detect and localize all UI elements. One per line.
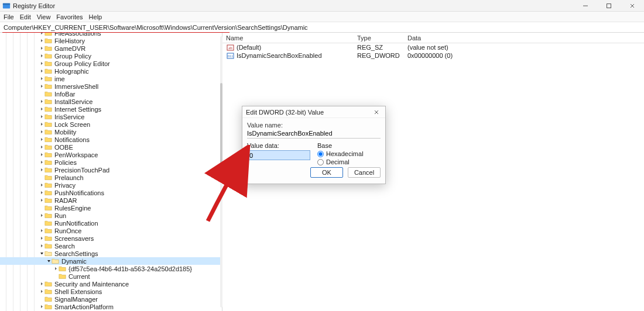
tree-item[interactable]: SearchSettings <box>0 250 222 257</box>
tree-item-label: Prelaunch <box>54 174 84 181</box>
menu-file[interactable]: File <box>4 13 14 20</box>
valuename-input[interactable] <box>247 129 381 139</box>
expand-caret-icon[interactable] <box>39 198 44 202</box>
expand-caret-icon[interactable] <box>46 259 52 263</box>
tree-item[interactable]: Policies <box>0 158 222 166</box>
header-type[interactable]: Type <box>357 34 407 42</box>
expand-caret-icon[interactable] <box>39 213 44 217</box>
tree-scrollbar[interactable] <box>220 36 222 307</box>
tree-item[interactable]: RADAR <box>0 196 222 204</box>
expand-caret-icon[interactable] <box>39 122 44 126</box>
tree-item[interactable]: Dynamic <box>0 257 222 265</box>
expand-caret-icon[interactable] <box>39 130 44 134</box>
radio-hex[interactable]: Hexadecimal <box>317 150 381 157</box>
tree-item[interactable]: ImmersiveShell <box>0 82 222 90</box>
tree-item[interactable]: FileAssociations <box>0 33 222 37</box>
tree-item[interactable]: Run <box>0 212 222 219</box>
expand-caret-icon[interactable] <box>39 54 44 58</box>
expand-caret-icon[interactable] <box>39 244 44 248</box>
cancel-button[interactable]: Cancel <box>348 167 381 178</box>
tree-item-label: Privacy <box>54 182 76 189</box>
tree-item[interactable]: Mobility <box>0 128 222 136</box>
tree-item[interactable]: Group Policy <box>0 52 222 60</box>
tree-item[interactable]: Prelaunch <box>0 174 222 181</box>
expand-caret-icon[interactable] <box>39 137 44 141</box>
tree-item[interactable]: IrisService <box>0 113 222 120</box>
expand-caret-icon[interactable] <box>39 145 44 149</box>
expand-caret-icon[interactable] <box>39 289 44 293</box>
minimize-button[interactable] <box>574 0 597 11</box>
tree-item[interactable]: Search <box>0 242 222 250</box>
tree-item[interactable]: Screensavers <box>0 234 222 242</box>
expand-caret-icon[interactable] <box>39 282 44 286</box>
tree-item[interactable]: ime <box>0 75 222 82</box>
expand-caret-icon[interactable] <box>39 229 44 233</box>
tree-item-label: SmartActionPlatform <box>54 303 114 310</box>
close-button[interactable] <box>621 0 644 11</box>
expand-caret-icon[interactable] <box>39 33 44 35</box>
tree-item[interactable]: RunNotification <box>0 219 222 227</box>
expand-caret-icon[interactable] <box>39 153 44 157</box>
tree-item[interactable]: SignalManager <box>0 295 222 303</box>
ok-button[interactable]: OK <box>310 167 343 178</box>
tree-item[interactable]: RunOnce <box>0 227 222 234</box>
edit-dword-dialog: Edit DWORD (32-bit) Value Value name: Va… <box>242 106 386 184</box>
tree-item[interactable]: Internet Settings <box>0 105 222 113</box>
menu-view[interactable]: View <box>37 13 51 20</box>
tree-item[interactable]: Security and Maintenance <box>0 280 222 288</box>
tree-item[interactable]: PushNotifications <box>0 189 222 196</box>
tree-item[interactable]: Notifications <box>0 136 222 143</box>
tree-item[interactable]: Privacy <box>0 181 222 189</box>
tree-item[interactable]: {df57c5ea-f4b6-4d1b-a563-24a250d2d185} <box>0 265 222 272</box>
expand-caret-icon[interactable] <box>39 77 44 81</box>
expand-caret-icon[interactable] <box>39 46 44 50</box>
tree-pane[interactable]: FileAssociationsFileHistoryGameDVRGroup … <box>0 33 222 311</box>
tree-scrollbar-thumb[interactable] <box>220 83 222 165</box>
header-name[interactable]: Name <box>226 34 357 42</box>
value-row[interactable]: 011IsDynamicSearchBoxEnabledREG_DWORD0x0… <box>222 51 644 60</box>
menu-edit[interactable]: Edit <box>20 13 31 20</box>
expand-caret-icon[interactable] <box>53 267 59 271</box>
tree-item[interactable]: SmartActionPlatform <box>0 303 222 310</box>
menu-favorites[interactable]: Favorites <box>56 13 83 20</box>
expand-caret-icon[interactable] <box>39 99 44 103</box>
expand-caret-icon[interactable] <box>39 168 44 172</box>
tree-item-label: Run <box>54 212 66 219</box>
tree-item[interactable]: RulesEngine <box>0 204 222 212</box>
folder-icon <box>44 75 52 82</box>
tree-item[interactable]: InfoBar <box>0 90 222 98</box>
tree-item[interactable]: InstallService <box>0 98 222 105</box>
dialog-close-button[interactable] <box>371 107 382 118</box>
expand-caret-icon[interactable] <box>39 69 44 73</box>
expand-caret-icon[interactable] <box>39 183 44 187</box>
valuedata-input[interactable] <box>247 150 310 160</box>
tree-item[interactable]: Holographic <box>0 67 222 75</box>
maximize-button[interactable] <box>597 0 621 11</box>
tree-item[interactable]: PrecisionTouchPad <box>0 166 222 174</box>
tree-item[interactable]: PenWorkspace <box>0 151 222 158</box>
tree-item[interactable]: Lock Screen <box>0 120 222 128</box>
expand-caret-icon[interactable] <box>39 84 44 88</box>
tree-item[interactable]: FileHistory <box>0 37 222 44</box>
value-row[interactable]: ab(Default)REG_SZ(value not set) <box>222 43 644 51</box>
radio-hex-input[interactable] <box>317 151 324 157</box>
tree-item[interactable]: Current <box>0 272 222 280</box>
tree-item[interactable]: Group Policy Editor <box>0 60 222 67</box>
expand-caret-icon[interactable] <box>39 115 44 119</box>
header-data[interactable]: Data <box>407 34 644 42</box>
expand-caret-icon[interactable] <box>39 39 44 43</box>
expand-caret-icon[interactable] <box>39 191 44 195</box>
tree-item[interactable]: Shell Extensions <box>0 288 222 295</box>
menu-help[interactable]: Help <box>89 13 102 20</box>
expand-caret-icon[interactable] <box>39 236 44 240</box>
tree-item[interactable]: OOBE <box>0 143 222 151</box>
dialog-titlebar[interactable]: Edit DWORD (32-bit) Value <box>242 106 385 118</box>
tree-item-label: PushNotifications <box>54 189 104 196</box>
expand-caret-icon[interactable] <box>39 107 44 111</box>
tree-item[interactable]: GameDVR <box>0 44 222 52</box>
expand-caret-icon[interactable] <box>39 251 44 255</box>
addressbar[interactable]: Computer\HKEY_CURRENT_USER\Software\Micr… <box>0 22 644 33</box>
expand-caret-icon[interactable] <box>39 305 44 309</box>
expand-caret-icon[interactable] <box>39 61 44 65</box>
expand-caret-icon[interactable] <box>39 160 44 164</box>
